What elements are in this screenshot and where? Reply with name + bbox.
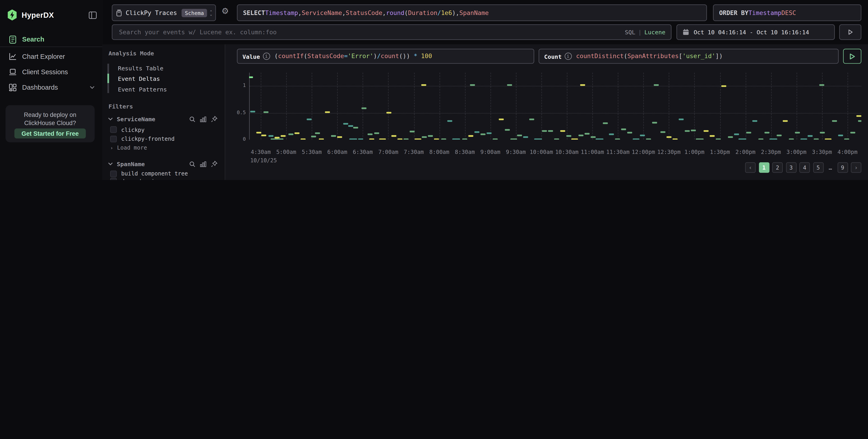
code-token: (: [404, 9, 408, 16]
gridline-vertical: [516, 72, 516, 140]
data-point-dash: [858, 120, 861, 121]
x-tick-label: 3:30pm: [812, 149, 832, 155]
gridline-vertical: [389, 72, 389, 140]
sidebar-item-label: Client Sessions: [22, 68, 102, 76]
count-expression-input[interactable]: Count i countDistinct(SpanAttributes['us…: [538, 49, 839, 64]
filter-option-label: dependencies: [121, 178, 161, 180]
filter-group-header[interactable]: SpanName: [102, 158, 225, 170]
pin-icon[interactable]: [211, 161, 218, 167]
gridline-vertical: [745, 72, 746, 140]
orderby-clause-input[interactable]: ORDER BY Timestamp DESC: [713, 4, 861, 21]
data-point-dash: [691, 130, 696, 131]
data-point-dash: [615, 139, 620, 140]
run-search-button[interactable]: [839, 24, 861, 40]
pagination-page[interactable]: 4: [799, 162, 810, 173]
sidebar-item-client-sessions[interactable]: Client Sessions: [0, 64, 102, 80]
analysis-mode-option[interactable]: Event Patterns: [107, 84, 225, 94]
hyperdx-logo-icon: [7, 9, 17, 21]
data-point-dash: [470, 84, 475, 86]
filter-option[interactable]: dependencies: [102, 177, 225, 180]
pagination-page[interactable]: 2: [772, 162, 783, 173]
sidebar-item-dashboards[interactable]: Dashboards: [0, 80, 102, 95]
pagination-page[interactable]: 3: [786, 162, 796, 173]
checkbox[interactable]: [110, 126, 117, 133]
search-icon[interactable]: [189, 161, 195, 167]
pagination-page[interactable]: 1: [758, 162, 769, 173]
value-expression-input[interactable]: Value i (countIf(StatusCode='Error')/cou…: [237, 49, 534, 64]
chevron-down-icon: [108, 162, 113, 166]
count-label: Count: [544, 53, 562, 59]
get-started-button[interactable]: Get Started for Free: [14, 128, 86, 139]
run-analysis-button[interactable]: [843, 49, 861, 64]
data-point-dash: [523, 137, 528, 138]
code-token: [410, 53, 413, 60]
search-icon[interactable]: [189, 116, 195, 122]
gridline-vertical: [465, 72, 465, 140]
sidebar-item-search[interactable]: Search: [0, 32, 102, 47]
data-point-dash: [281, 135, 286, 137]
cloud-promo-line2: ClickHouse Cloud?: [5, 119, 95, 127]
search-bar: SQL|Lucene: [112, 24, 672, 40]
analysis-mode-option[interactable]: Event Deltas: [107, 73, 225, 84]
checkbox[interactable]: [110, 178, 117, 180]
filter-option[interactable]: clickpy-frontend: [102, 135, 225, 143]
code-token: ServiceName: [302, 9, 342, 16]
sidebar: HyperDX Search Chart Explorer Client Ses…: [0, 0, 103, 180]
pagination-prev[interactable]: ‹: [745, 162, 755, 173]
pagination-ellipsis: …: [827, 165, 834, 171]
data-point-dash: [660, 131, 665, 133]
data-point-dash: [493, 139, 498, 140]
data-source-select[interactable]: ClickPy Traces Schema ⌃⌄: [112, 4, 216, 21]
data-point-dash: [783, 120, 788, 122]
gear-icon[interactable]: ⚙: [221, 6, 229, 16]
chart-icon[interactable]: [200, 116, 207, 122]
pagination-page[interactable]: 9: [837, 162, 848, 173]
gridline-horizontal: [249, 86, 861, 86]
data-point-dash: [358, 139, 363, 140]
search-input[interactable]: [118, 28, 625, 36]
chevron-down-icon: [90, 86, 95, 89]
select-clause-input[interactable]: SELECT Timestamp, ServiceName, StatusCod…: [237, 4, 707, 21]
chart-icon[interactable]: [200, 161, 207, 167]
chevron-right-icon: ›: [110, 145, 113, 150]
x-tick-label: 1:30pm: [710, 149, 730, 155]
checkbox[interactable]: [110, 171, 117, 177]
data-point-dash: [428, 135, 433, 137]
top-toolbar: ClickPy Traces Schema ⌃⌄ ⚙ SELECT Timest…: [102, 0, 868, 44]
query-language-toggle[interactable]: SQL|Lucene: [625, 29, 665, 35]
data-point-dash: [633, 139, 639, 140]
filter-option[interactable]: clickpy: [102, 125, 225, 134]
pin-icon[interactable]: [211, 116, 218, 122]
data-point-dash: [441, 139, 446, 140]
data-point-dash: [397, 139, 402, 140]
gridline-vertical: [847, 72, 848, 140]
filter-option[interactable]: build component tree: [102, 170, 225, 177]
code-token: DESC: [781, 9, 796, 16]
checkbox[interactable]: [110, 136, 117, 142]
filter-load-more[interactable]: ›Load more: [102, 143, 225, 152]
data-point-dash: [278, 139, 283, 140]
data-point-dash: [627, 132, 632, 134]
data-point-dash: [795, 132, 800, 134]
date-range-picker[interactable]: Oct 10 04:16:14 - Oct 10 16:16:14: [677, 24, 835, 40]
x-tick-label: 5:30am: [302, 149, 322, 155]
data-point-dash: [838, 135, 843, 136]
data-point-dash: [758, 139, 764, 140]
pagination-next[interactable]: ›: [851, 162, 861, 173]
analysis-mode-option[interactable]: Results Table: [107, 63, 225, 73]
data-point-dash: [348, 125, 353, 127]
scatter-plot: [249, 72, 861, 140]
pagination-page[interactable]: 5: [813, 162, 823, 173]
sidebar-collapse-icon[interactable]: [89, 11, 97, 19]
data-point-dash: [386, 112, 391, 114]
sidebar-item-chart-explorer[interactable]: Chart Explorer: [0, 49, 102, 64]
gridline-vertical: [363, 72, 363, 140]
data-point-dash: [585, 133, 590, 135]
filter-group-header[interactable]: ServiceName: [102, 113, 225, 125]
sidebar-divider: [0, 47, 102, 47]
data-point-dash: [800, 139, 807, 140]
cloud-promo-line1: Ready to deploy on: [5, 111, 95, 119]
data-point-dash: [480, 134, 486, 135]
data-point-dash: [595, 139, 603, 140]
x-tick-label: 8:00am: [429, 149, 449, 155]
